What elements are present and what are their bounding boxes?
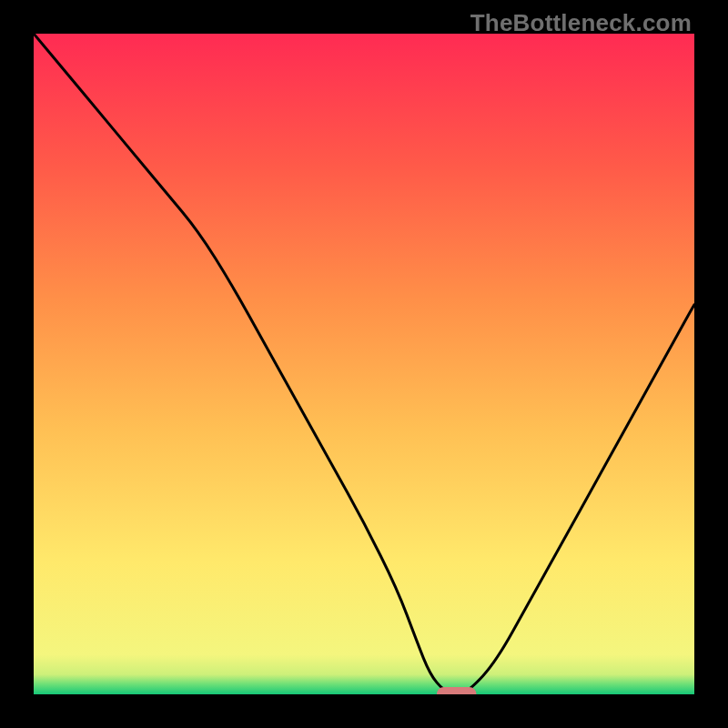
chart-frame: TheBottleneck.com <box>0 0 728 728</box>
optimal-point-marker <box>437 687 477 694</box>
plot-area <box>34 34 694 694</box>
gradient-background <box>34 34 694 694</box>
chart-svg <box>34 34 694 694</box>
